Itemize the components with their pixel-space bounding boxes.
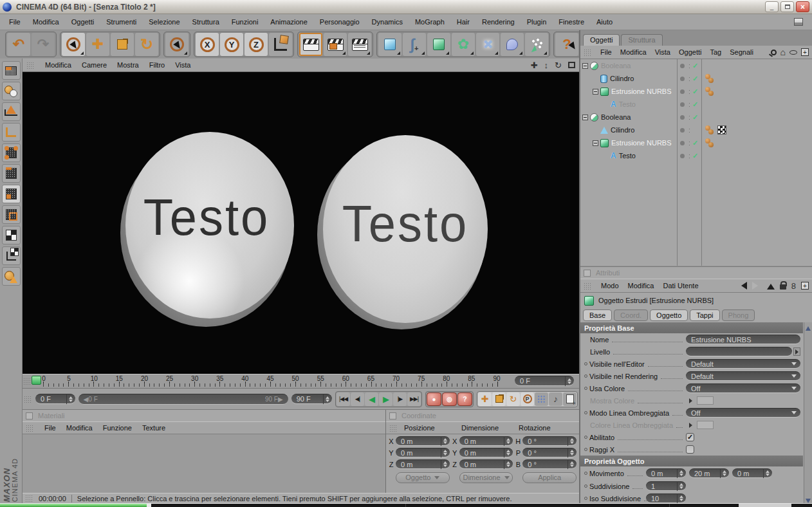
abilitato-checkbox[interactable]: ✓ <box>686 433 694 441</box>
nome-field[interactable]: Estrusione NURBS <box>686 335 800 344</box>
panel-grip[interactable] <box>584 49 592 56</box>
z-axis-lock-button[interactable]: Z <box>245 33 268 56</box>
anim-dot-icon[interactable] <box>584 387 587 390</box>
visibility-dots[interactable] <box>688 127 690 133</box>
link-icon[interactable]: 8 <box>791 282 796 290</box>
edges-mode-button[interactable] <box>2 164 21 183</box>
vp-menu-filtro[interactable]: Filtro <box>149 61 165 69</box>
key-parameter-toggle[interactable]: P <box>521 392 534 406</box>
menu-struttura[interactable]: Struttura <box>192 18 219 26</box>
left-button-object[interactable]: Testo <box>125 132 294 318</box>
menu-animazione[interactable]: Animazione <box>270 18 307 26</box>
history-forward-icon[interactable] <box>752 282 762 290</box>
suddivisione-field[interactable]: 1 <box>646 481 686 491</box>
om-menu-oggetti[interactable]: Oggetti <box>679 48 701 56</box>
expand-toggle-icon[interactable] <box>593 89 598 95</box>
size-z-field[interactable]: 0 m <box>459 459 513 469</box>
expand-arrow-icon[interactable] <box>687 421 694 429</box>
layer-dot[interactable] <box>680 89 685 94</box>
visibile-rendering-dropdown[interactable]: Default <box>686 371 800 381</box>
y-axis-lock-button[interactable]: Y <box>220 33 243 56</box>
menu-plugin[interactable]: Plugin <box>527 18 547 26</box>
mat-menu-modifica[interactable]: Modifica <box>66 424 93 432</box>
layer-dot[interactable] <box>680 141 685 145</box>
go-end-button[interactable]: ▶▶| <box>407 392 421 406</box>
enabled-check-icon[interactable]: ✓ <box>692 100 698 109</box>
camera-zoom-icon[interactable]: ↕ <box>544 60 549 70</box>
mostra-colore-swatch[interactable] <box>697 396 714 405</box>
menu-dynamics[interactable]: Dynamics <box>372 18 403 26</box>
stepper-icon[interactable] <box>565 376 571 386</box>
panel-grip[interactable] <box>25 495 33 502</box>
eye-icon[interactable] <box>789 50 797 55</box>
materials-header[interactable]: Materiali <box>23 410 385 421</box>
play-forward-button[interactable]: ▶ <box>379 392 392 406</box>
selection-tool-button[interactable] <box>165 33 189 56</box>
layer-dot[interactable] <box>680 77 685 81</box>
add-nurbs-button[interactable] <box>427 33 450 56</box>
minimize-button[interactable]: _ <box>765 1 779 12</box>
key-scale-toggle[interactable] <box>492 392 506 406</box>
menu-file[interactable]: File <box>9 18 21 26</box>
visibility-dots[interactable] <box>688 140 690 146</box>
size-mode-dropdown[interactable]: Dimensione <box>459 472 513 483</box>
end-frame-field[interactable]: 90 F <box>291 394 332 404</box>
modo-linea-dropdown[interactable]: Off <box>686 408 800 418</box>
add-primitive-button[interactable] <box>378 33 401 56</box>
movimento-x-field[interactable]: 0 m <box>646 468 686 478</box>
attr-menu-dati-utente[interactable]: Dati Utente <box>663 282 699 290</box>
help-button[interactable]: ? <box>555 33 578 56</box>
mat-menu-funzione[interactable]: Funzione <box>103 424 132 432</box>
vp-menu-modifica[interactable]: Modifica <box>45 61 71 69</box>
render-settings-button[interactable] <box>348 33 371 56</box>
parent-up-icon[interactable] <box>767 280 775 290</box>
previous-frame-button[interactable]: ◀| <box>351 392 364 406</box>
right-button-object[interactable]: Testo <box>323 135 488 323</box>
menu-rendering[interactable]: Rendering <box>482 18 515 26</box>
panel-grip[interactable] <box>23 378 32 385</box>
tree-row-testo-2[interactable]: A Testo ✓ <box>580 149 812 162</box>
visibile-editor-dropdown[interactable]: Default <box>686 359 800 369</box>
timeline-ruler[interactable]: 051015202530354045505560657075808590 0 F <box>23 374 579 389</box>
play-backward-button[interactable]: ◀ <box>365 392 378 406</box>
rot-h-field[interactable]: 0 ° <box>522 436 577 446</box>
om-menu-segnali[interactable]: Segnali <box>730 48 753 56</box>
expand-toggle-icon[interactable] <box>582 63 588 69</box>
raggi-x-checkbox[interactable] <box>686 445 694 454</box>
layer-dot[interactable] <box>680 154 685 158</box>
panel-grip[interactable] <box>24 396 32 403</box>
panel-grip[interactable] <box>389 425 398 432</box>
tree-row-booleana-1[interactable]: Booleana ✓ <box>580 59 812 72</box>
anim-dot-icon[interactable] <box>584 436 587 439</box>
undo-button[interactable]: ↶ <box>7 33 30 56</box>
add-panel-icon[interactable]: + <box>801 282 809 290</box>
pos-x-field[interactable]: 0 m <box>396 436 450 446</box>
object-mode-button[interactable] <box>2 102 21 121</box>
tree-row-testo-1[interactable]: A Testo ✓ <box>580 98 812 111</box>
vp-menu-mostra[interactable]: Mostra <box>117 61 139 69</box>
timeline-range-slider[interactable]: ◀ 0 F 90 F ▶ <box>78 394 288 405</box>
menu-finestre[interactable]: Finestre <box>558 18 584 26</box>
anim-dot-icon[interactable] <box>584 448 587 451</box>
restore-button[interactable] <box>780 1 794 12</box>
autokey-button[interactable]: ◎ <box>442 392 457 406</box>
polygons-mode-button[interactable] <box>2 185 21 203</box>
livello-picker-icon[interactable] <box>793 347 800 356</box>
pos-z-field[interactable]: 0 m <box>396 459 450 469</box>
key-position-toggle[interactable]: ✚ <box>478 392 492 406</box>
expand-toggle-icon[interactable] <box>593 140 598 146</box>
layer-dot[interactable] <box>680 102 685 107</box>
om-menu-tag[interactable]: Tag <box>710 48 721 56</box>
attr-menu-modifica[interactable]: Modifica <box>628 282 654 290</box>
size-x-field[interactable]: 0 m <box>459 436 513 446</box>
selection-filter-button[interactable] <box>2 267 21 286</box>
material-tag-icon[interactable] <box>705 86 715 97</box>
coord-mode-dropdown[interactable]: Oggetto <box>396 472 450 483</box>
key-rotation-toggle[interactable]: ↻ <box>506 392 520 406</box>
om-menu-vista[interactable]: Vista <box>655 48 670 56</box>
camera-pan-icon[interactable]: ✚ <box>531 60 538 70</box>
section-proprieta-oggetto[interactable]: Proprietà Oggetto <box>580 456 803 466</box>
menu-hair[interactable]: Hair <box>457 18 470 26</box>
vp-menu-vista[interactable]: Vista <box>175 61 190 69</box>
home-icon[interactable]: ⌂ <box>780 48 786 57</box>
